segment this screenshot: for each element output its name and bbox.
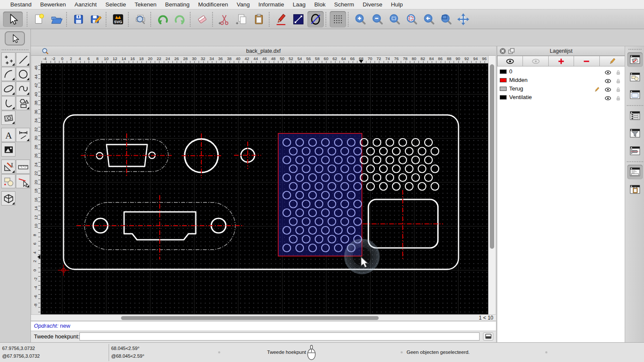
vent-hole[interactable] xyxy=(373,139,381,146)
toolbar-button-paste[interactable] xyxy=(251,11,267,27)
vent-hole[interactable] xyxy=(405,183,413,190)
toolbar-button-select[interactable] xyxy=(3,12,23,27)
toolbar-button-grid-toggle[interactable] xyxy=(330,11,346,27)
vent-hole[interactable] xyxy=(392,165,400,173)
layer-lock-icon[interactable] xyxy=(615,94,622,101)
toolbar-button-pencil[interactable] xyxy=(273,11,289,27)
vent-hole[interactable] xyxy=(431,183,439,190)
layer-lock-icon[interactable] xyxy=(615,85,622,92)
vent-hole[interactable] xyxy=(399,174,407,181)
vent-hole[interactable] xyxy=(380,148,387,155)
vent-hole[interactable] xyxy=(412,156,419,164)
layer-lock-icon[interactable] xyxy=(615,77,622,84)
layer-color-swatch[interactable] xyxy=(500,95,507,100)
vent-hole[interactable] xyxy=(425,174,432,181)
menu-bemating[interactable]: Bemating xyxy=(161,0,194,9)
menu-scherm[interactable]: Scherm xyxy=(330,0,358,9)
layer-color-swatch[interactable] xyxy=(500,69,507,74)
toolbar-button-redo[interactable] xyxy=(172,11,188,27)
layer-visibility-eye-icon[interactable] xyxy=(605,94,611,101)
command-input[interactable] xyxy=(79,332,480,341)
layer-color-swatch[interactable] xyxy=(500,78,507,82)
show-all-button[interactable] xyxy=(497,56,523,66)
vent-hole[interactable] xyxy=(418,165,426,173)
toolbar-button-ellipse-tool[interactable] xyxy=(307,11,324,27)
vent-hole[interactable] xyxy=(373,156,381,164)
command-line-toggle-button[interactable] xyxy=(483,332,493,341)
vent-hole[interactable] xyxy=(412,139,419,146)
tool-button-ellipse[interactable] xyxy=(1,81,15,96)
toolbar-button-cut[interactable] xyxy=(216,11,233,27)
menu-bestand[interactable]: Bestand xyxy=(6,0,36,9)
edit-layer-button[interactable] xyxy=(600,56,625,66)
vent-hole[interactable] xyxy=(405,148,413,155)
toolbar-button-zoom-selection[interactable] xyxy=(404,11,420,27)
panel-button-clipboard-panel[interactable] xyxy=(627,182,643,197)
right-strip-handle[interactable] xyxy=(629,49,641,50)
layer-row-terug[interactable]: Terug xyxy=(497,84,625,93)
layer-color-swatch[interactable] xyxy=(500,87,507,91)
vent-hole[interactable] xyxy=(405,165,413,173)
tool-button-spline[interactable] xyxy=(16,81,30,96)
panel-button-block-list[interactable] xyxy=(627,70,643,84)
layer-row-ventilatie[interactable]: Ventilatie xyxy=(497,93,625,102)
layer-row-midden[interactable]: Midden xyxy=(497,76,625,84)
vent-hole[interactable] xyxy=(399,139,407,146)
toolbar-button-zoom-window[interactable] xyxy=(438,11,454,27)
menu-tekenen[interactable]: Tekenen xyxy=(130,0,161,9)
toolbar-button-eraser[interactable] xyxy=(194,11,210,27)
layer-row-0[interactable]: 0 xyxy=(497,67,625,76)
vent-hole[interactable] xyxy=(392,148,400,155)
tool-button-select[interactable] xyxy=(5,31,25,45)
toolbar-button-save-as[interactable] xyxy=(88,11,104,27)
tool-button-text[interactable]: A xyxy=(1,128,15,142)
toolbar-button-zoom-auto[interactable] xyxy=(386,11,403,27)
vent-hole[interactable] xyxy=(418,148,426,155)
menu-blok[interactable]: Blok xyxy=(310,0,330,9)
tool-button-points[interactable] xyxy=(1,52,15,66)
tool-button-hatch[interactable] xyxy=(1,111,15,125)
toolbar-button-zoom-out[interactable] xyxy=(369,11,386,27)
vertical-scrollbar-thumb[interactable] xyxy=(490,64,494,249)
toolbar-button-svg-export[interactable]: SVG xyxy=(110,11,126,27)
vertical-scrollbar[interactable] xyxy=(488,56,495,314)
tool-button-polyline[interactable] xyxy=(1,96,15,110)
toolbar-button-open-file[interactable] xyxy=(48,11,64,27)
tool-button-solid-3d[interactable] xyxy=(1,191,15,205)
menu-informatie[interactable]: Informatie xyxy=(254,0,289,9)
vent-hole[interactable] xyxy=(425,139,432,146)
add-layer-button[interactable] xyxy=(549,56,574,66)
tool-button-circle[interactable] xyxy=(16,67,30,81)
panel-button-property-editor[interactable] xyxy=(627,52,643,67)
vent-hole[interactable] xyxy=(373,174,381,181)
toolbar-button-undo[interactable] xyxy=(155,11,171,27)
vent-hole[interactable] xyxy=(431,165,439,173)
panel-button-selection-filter[interactable] xyxy=(627,126,643,141)
tool-button-shapes[interactable] xyxy=(16,96,30,110)
tool-button-block[interactable] xyxy=(1,174,15,188)
menu-laag[interactable]: Laag xyxy=(289,0,310,9)
panel-button-layer-list[interactable] xyxy=(627,109,643,123)
tool-button-draw-tools[interactable] xyxy=(1,160,15,174)
toolbar-button-save[interactable] xyxy=(70,11,87,27)
menu-bewerken[interactable]: Bewerken xyxy=(36,0,70,9)
layer-visibility-eye-icon[interactable] xyxy=(605,77,611,84)
tool-button-arc[interactable] xyxy=(1,67,15,81)
layer-lock-icon[interactable] xyxy=(615,68,622,75)
layer-visibility-eye-icon[interactable] xyxy=(605,85,611,92)
vent-hole[interactable] xyxy=(399,156,407,164)
horizontal-scrollbar[interactable] xyxy=(41,315,470,321)
vent-hole[interactable] xyxy=(425,156,432,164)
toolbar-button-line-tool[interactable] xyxy=(290,11,307,27)
toolbar-button-zoom-in[interactable] xyxy=(352,11,368,27)
menu-selectie[interactable]: Selectie xyxy=(101,0,130,9)
tool-button-line[interactable] xyxy=(16,52,30,66)
toolbar-button-copy[interactable] xyxy=(234,11,250,27)
vent-hole[interactable] xyxy=(380,183,387,190)
remove-layer-button[interactable] xyxy=(574,56,599,66)
toolbar-button-zoom-previous[interactable] xyxy=(421,11,437,27)
panel-button-command-line[interactable] xyxy=(627,165,643,179)
toolbar-button-new-file[interactable] xyxy=(31,11,47,27)
vent-hole[interactable] xyxy=(380,165,387,173)
vent-hole[interactable] xyxy=(418,183,426,190)
